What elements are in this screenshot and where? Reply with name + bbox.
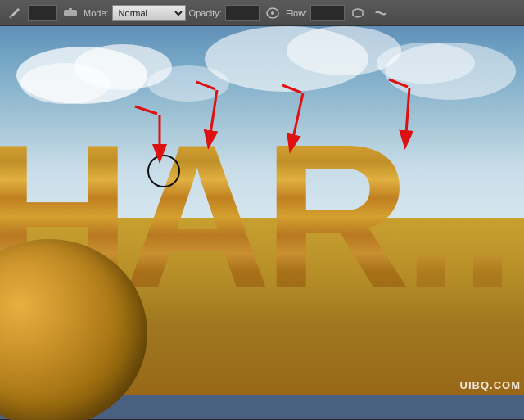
svg-point-3: [271, 11, 274, 15]
opacity-input[interactable]: 100%: [225, 5, 260, 21]
smoothing-icon[interactable]: [371, 3, 391, 23]
letter-partial: ...: [403, 124, 524, 309]
toolbar: 35 Mode: NormalDissolveDarkenMultiplyCol…: [0, 0, 524, 26]
canvas-area[interactable]: H A R ... UIBQ.COM: [0, 26, 524, 395]
mode-label: Mode:: [84, 8, 109, 18]
svg-rect-1: [69, 8, 72, 10]
svg-rect-0: [64, 10, 77, 16]
brush-size-group: 35: [28, 5, 57, 21]
brush-tool-icon[interactable]: [5, 3, 25, 23]
circle-indicator: [147, 155, 180, 187]
layer-name-extrusion: Extrusion: [67, 403, 517, 413]
tablet-pressure-icon[interactable]: [348, 3, 368, 23]
watermark: UIBQ.COM: [460, 379, 521, 391]
airbrush-icon[interactable]: [263, 3, 282, 23]
letter-R: R: [263, 124, 411, 309]
mode-select[interactable]: NormalDissolveDarkenMultiplyColor BurnLi…: [112, 5, 186, 21]
pressure-icon[interactable]: [61, 3, 80, 23]
letter-A: A: [124, 124, 272, 309]
flow-input[interactable]: 100%: [310, 5, 345, 21]
flow-label: Flow:: [286, 8, 307, 18]
opacity-label: Opacity:: [189, 8, 222, 18]
brush-size-input[interactable]: 35: [28, 5, 57, 21]
